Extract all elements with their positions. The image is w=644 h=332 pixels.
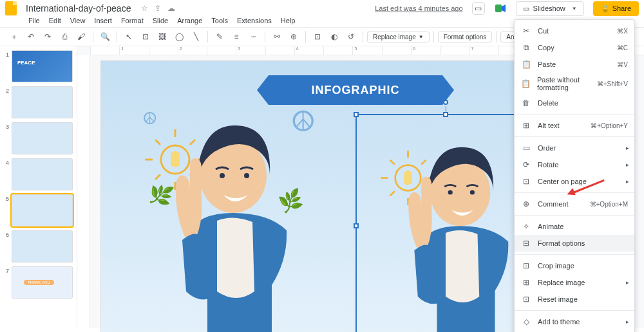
menu-item-icon: 📋 (521, 59, 531, 69)
resize-handle[interactable] (354, 223, 359, 228)
thumbnail-row: 5 (4, 194, 73, 226)
select-tool[interactable]: ↖ (121, 29, 137, 44)
thumbnail-number: 3 (4, 122, 9, 154)
menu-help[interactable]: Help (281, 17, 296, 24)
comment-history-button[interactable]: ▭ (472, 2, 485, 15)
menu-item-rotate[interactable]: ⟳Rotate (515, 156, 634, 173)
menu-item-format-options[interactable]: ⊟Format options (515, 235, 634, 252)
menu-item-shortcut: ⌘V (617, 61, 628, 68)
thumbnail-slide-1[interactable] (12, 50, 73, 82)
menu-item-icon: ◇ (521, 317, 531, 327)
crop-button[interactable]: ⊡ (310, 29, 325, 44)
person-illustration-left[interactable] (120, 98, 314, 332)
menu-item-cut[interactable]: ✂Cut⌘X (515, 23, 634, 39)
menu-item-shortcut: ⌘+Shift+V (597, 80, 628, 88)
thumbnail-slide-6[interactable] (12, 230, 73, 263)
new-slide-button[interactable]: ＋ (6, 29, 22, 44)
ruler-mark (382, 46, 411, 55)
selection-box[interactable] (355, 114, 536, 332)
menu-item-order[interactable]: ▭Order (515, 140, 634, 156)
rotate-handle[interactable] (443, 100, 448, 105)
menu-file[interactable]: File (28, 17, 40, 24)
meet-button[interactable] (494, 2, 507, 15)
thumbnail-number: 4 (4, 158, 9, 190)
border-dash-button[interactable]: ┄ (245, 29, 261, 44)
ruler-mark (440, 46, 469, 55)
comment-button[interactable]: ⊕ (286, 29, 301, 44)
menu-item-icon: ⊡ (521, 294, 531, 304)
menu-separator (515, 215, 634, 216)
menu-separator (515, 192, 634, 193)
document-title[interactable]: International-day-of-peace (26, 3, 131, 14)
resize-handle[interactable] (354, 112, 359, 117)
zoom-button[interactable]: 🔍 (97, 29, 113, 44)
person-svg (120, 98, 314, 332)
thumbnail-slide-3[interactable] (12, 122, 73, 154)
menu-extensions[interactable]: Extensions (237, 17, 272, 24)
cloud-icon[interactable]: ☁ (167, 4, 175, 13)
thumbnail-slide-4[interactable] (12, 158, 73, 190)
slide-canvas[interactable]: ☮ ☮ 🌿 🌿 INFOGRAPHIC (100, 60, 583, 332)
menu-item-label: Center on page (538, 178, 587, 185)
menu-item-paste-without-formatting[interactable]: 📋Paste without formatting⌘+Shift+V (515, 73, 634, 95)
move-icon[interactable]: ⇪ (155, 4, 161, 13)
menu-arrange[interactable]: Arrange (177, 17, 202, 24)
banner-text: INFOGRAPHIC (312, 84, 400, 97)
menu-item-crop-image[interactable]: ⊡Crop image (515, 257, 634, 274)
menu-format[interactable]: Format (121, 17, 144, 24)
menu-item-reset-image[interactable]: ⊡Reset image (515, 291, 634, 308)
menu-item-center-on-page[interactable]: ⊡Center on page (515, 173, 634, 190)
menu-edit[interactable]: Edit (49, 17, 61, 24)
menu-item-delete[interactable]: 🗑Delete (515, 95, 634, 111)
svg-point-13 (244, 173, 249, 178)
menu-item-shortcut: ⌘+Option+M (590, 201, 628, 208)
star-icon[interactable]: ☆ (141, 4, 148, 13)
menu-insert[interactable]: Insert (94, 17, 112, 24)
shape-tool[interactable]: ◯ (171, 29, 187, 44)
menu-item-shortcut: ⌘+Option+Y (591, 122, 628, 129)
svg-rect-0 (495, 5, 502, 12)
thumbnail-slide-2[interactable] (12, 86, 73, 118)
menu-view[interactable]: View (70, 17, 86, 24)
menu-item-replace-image[interactable]: ⊞Replace image (515, 274, 634, 291)
redo-button[interactable]: ↷ (40, 29, 55, 44)
menu-item-alt-text[interactable]: ⊞Alt text⌘+Option+Y (515, 117, 634, 134)
slides-logo[interactable] (5, 1, 17, 15)
menu-item-animate[interactable]: ✧Animate (515, 218, 634, 235)
menu-item-paste[interactable]: 📋Paste⌘V (515, 56, 634, 73)
image-tool[interactable]: 🖼 (155, 29, 170, 44)
link-button[interactable]: ⚯ (269, 29, 285, 44)
print-button[interactable]: ⎙ (57, 29, 72, 44)
slideshow-button[interactable]: ▭ Slideshow (516, 1, 584, 16)
border-color-button[interactable]: ✎ (212, 29, 227, 44)
thumbnail-number: 5 (4, 194, 9, 226)
paint-format-button[interactable]: 🖌 (73, 29, 89, 44)
mask-button[interactable]: ◐ (327, 29, 342, 44)
reset-button[interactable]: ↺ (343, 29, 359, 44)
thumbnail-number: 7 (4, 266, 9, 299)
line-tool[interactable]: ╲ (188, 29, 204, 44)
ruler-mark (207, 46, 236, 55)
menu-separator (515, 114, 634, 115)
share-button[interactable]: 🔒 Share (593, 1, 639, 16)
menu-tools[interactable]: Tools (211, 17, 228, 24)
menu-item-copy[interactable]: ⧉Copy⌘C (515, 39, 634, 56)
resize-handle[interactable] (443, 112, 448, 117)
menu-slide[interactable]: Slide (153, 17, 168, 24)
border-weight-button[interactable]: ≡ (229, 29, 244, 44)
menu-item-comment[interactable]: ⊕Comment⌘+Option+M (515, 196, 634, 212)
svg-marker-1 (502, 5, 506, 12)
thumbnail-slide-5[interactable] (12, 194, 73, 226)
edit-history[interactable]: Last edit was 4 minutes ago (375, 5, 462, 12)
thumbnail-slide-7[interactable] (12, 266, 73, 299)
menu-item-icon: ✧ (521, 221, 531, 232)
svg-line-7 (155, 140, 160, 145)
textbox-tool[interactable]: ⊡ (138, 29, 153, 44)
format-options-chip[interactable]: Format options (438, 32, 493, 42)
slide-thumbnails-panel: 1234567 (0, 46, 77, 328)
replace-image-chip[interactable]: Replace image ▼ (367, 32, 430, 42)
menu-item-label: Order (538, 144, 556, 152)
menu-item-add-to-theme[interactable]: ◇Add to theme (515, 313, 634, 330)
menu-item-label: Replace image (538, 279, 585, 286)
undo-button[interactable]: ↶ (23, 29, 39, 44)
